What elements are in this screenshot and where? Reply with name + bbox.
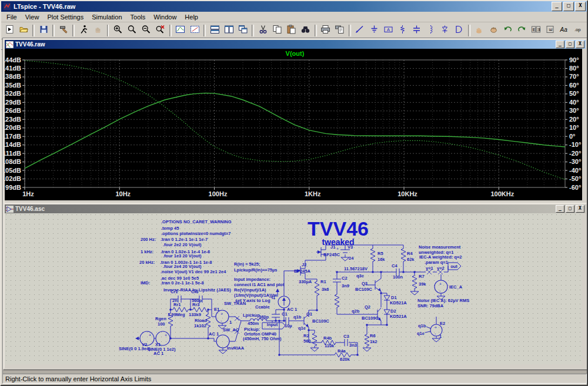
schematic-label: Noise measurement xyxy=(419,244,461,250)
diode-button[interactable] xyxy=(438,24,452,38)
move-button[interactable] xyxy=(472,24,486,38)
find-button[interactable] xyxy=(299,24,313,38)
rotate-button[interactable]: E xyxy=(543,24,557,38)
zoom-out-button[interactable] xyxy=(139,24,153,38)
mirror-button[interactable]: EƎ xyxy=(529,24,543,38)
plot-settings-button[interactable] xyxy=(188,24,202,38)
redo-button[interactable] xyxy=(514,24,529,38)
schematic-label: 200 Hz: xyxy=(141,237,156,242)
db-axis-label: 117dB xyxy=(5,133,21,140)
maximize-button[interactable]: □ xyxy=(563,2,574,11)
schematic-label: 1k102 xyxy=(194,323,206,328)
schematic-label: 10µ xyxy=(285,323,292,328)
tile-vertical-button[interactable] xyxy=(222,24,236,38)
undo-button[interactable] xyxy=(500,24,514,38)
schematic-label: q1b xyxy=(418,323,426,328)
print-button[interactable] xyxy=(319,24,333,38)
schematic-label: AC 1 xyxy=(153,351,163,356)
open-icon xyxy=(19,25,29,36)
menu-window[interactable]: Window xyxy=(149,12,181,22)
open-button[interactable] xyxy=(16,24,31,38)
phase-axis-label: 10° xyxy=(569,124,579,131)
diode-icon xyxy=(440,25,450,36)
schematic-label: (1/Im(V(input)/1A))/w xyxy=(234,293,277,298)
menu-tools[interactable]: Tools xyxy=(126,12,150,22)
drag-button[interactable] xyxy=(486,24,500,38)
autorange-button[interactable] xyxy=(173,24,188,38)
plot-window-title: TVV46.raw xyxy=(15,41,45,48)
plot-close-button[interactable]: X xyxy=(576,41,584,48)
wire-button[interactable] xyxy=(353,24,367,38)
db-axis-label: 132dB xyxy=(5,90,21,97)
schematic-label: 2n xyxy=(172,298,178,303)
cascade-button[interactable] xyxy=(236,24,250,38)
schematic-close-button[interactable]: X xyxy=(576,205,584,213)
phase-axis-label: -30° xyxy=(569,158,581,165)
print-preview-button[interactable] xyxy=(333,24,347,38)
zoom-full-button[interactable] xyxy=(153,24,168,38)
ground-button[interactable] xyxy=(367,24,381,38)
tile-horizontal-button[interactable] xyxy=(208,24,222,38)
halt-button[interactable] xyxy=(91,24,105,38)
svg-text:A: A xyxy=(387,27,390,32)
ltspice-window: LTspice - TVV46.raw _ □ X FileViewPlot S… xyxy=(0,0,588,386)
menu-plot-settings[interactable]: Plot Settings xyxy=(43,12,88,22)
schematic-label: R5 xyxy=(377,251,383,256)
schematic-label: .options plotwinsize=0 numdgt=7 xyxy=(161,231,230,236)
menu-file[interactable]: File xyxy=(2,12,21,22)
text-button[interactable]: Aa xyxy=(557,24,572,38)
schematic-label: .four 2e4 20 V(out) xyxy=(163,264,202,269)
capacitor-icon xyxy=(412,25,422,36)
new-schematic-button[interactable] xyxy=(2,24,16,38)
save-button[interactable] xyxy=(36,24,51,38)
new-schematic-icon xyxy=(5,25,15,36)
label-net-button[interactable]: A xyxy=(381,24,395,38)
phase-axis-label: 80° xyxy=(569,65,579,72)
run-button[interactable] xyxy=(76,24,91,38)
schematic-label: BF245C xyxy=(323,252,340,257)
undo-icon xyxy=(503,25,513,36)
schematic-canvas[interactable]: ++-+-+-++TVV46tweaked.OPTIONS NO_CARET_W… xyxy=(5,213,582,364)
schematic-label: KD521A xyxy=(390,300,407,306)
control-panel-button[interactable] xyxy=(56,24,71,38)
plot-window: TVV46.raw _ □ X 144dB90°141dB80°138dB70°… xyxy=(3,38,587,206)
autorange-icon xyxy=(175,25,185,36)
db-axis-label: 114dB xyxy=(5,141,21,148)
cut-button[interactable] xyxy=(256,24,270,38)
schematic-label: q2b xyxy=(352,308,360,314)
plot-window-titlebar[interactable]: TVV46.raw _ □ X xyxy=(5,40,586,49)
component-button[interactable] xyxy=(452,24,466,38)
schematic-label: y=1 xyxy=(426,266,433,271)
schematic-label: .OPTIONS NO_CARET_WARNING xyxy=(161,219,232,224)
zoom-box-button[interactable] xyxy=(125,24,139,38)
close-button[interactable]: X xyxy=(575,2,586,11)
zoom-in-button[interactable] xyxy=(111,24,125,38)
title-bar[interactable]: LTspice - TVV46.raw _ □ X xyxy=(1,1,587,12)
minimize-button[interactable]: _ xyxy=(552,2,562,11)
freq-axis-label: 1Hz xyxy=(22,190,34,197)
spice-directive-button[interactable]: .op xyxy=(572,24,586,38)
plot-canvas[interactable]: 144dB90°141dB80°138dB70°135dB60°132dB50°… xyxy=(5,49,582,200)
schematic-minimize-button[interactable]: _ xyxy=(556,205,564,213)
copy-button[interactable] xyxy=(270,24,284,38)
inductor-button[interactable] xyxy=(424,24,438,38)
paste-button[interactable] xyxy=(285,24,299,38)
menu-simulation[interactable]: Simulation xyxy=(88,12,126,22)
schematic-label: q3c xyxy=(356,273,364,278)
svg-text:Ǝ: Ǝ xyxy=(537,27,540,32)
schematic-label: 620k xyxy=(340,357,350,362)
schematic-maximize-button[interactable]: □ xyxy=(566,205,574,213)
plot-maximize-button[interactable]: □ xyxy=(566,41,574,48)
spice-directive-icon: .op xyxy=(573,25,583,36)
menu-help[interactable]: Help xyxy=(181,12,202,22)
menu-view[interactable]: View xyxy=(21,12,44,22)
schematic-label: D2 xyxy=(390,308,396,314)
schematic-label: SNR: 79dBA xyxy=(417,303,444,308)
schematic-label: 1.99Meg xyxy=(168,312,185,317)
schematic-label: D1 xyxy=(391,295,397,300)
resistor-button[interactable] xyxy=(395,24,409,38)
capacitor-button[interactable] xyxy=(409,24,423,38)
plot-minimize-button[interactable]: _ xyxy=(556,41,564,48)
schematic-label: IEC-A weighted: q=2 xyxy=(419,254,462,260)
schematic-window-titlebar[interactable]: TVV46.asc _ □ X xyxy=(5,204,586,213)
